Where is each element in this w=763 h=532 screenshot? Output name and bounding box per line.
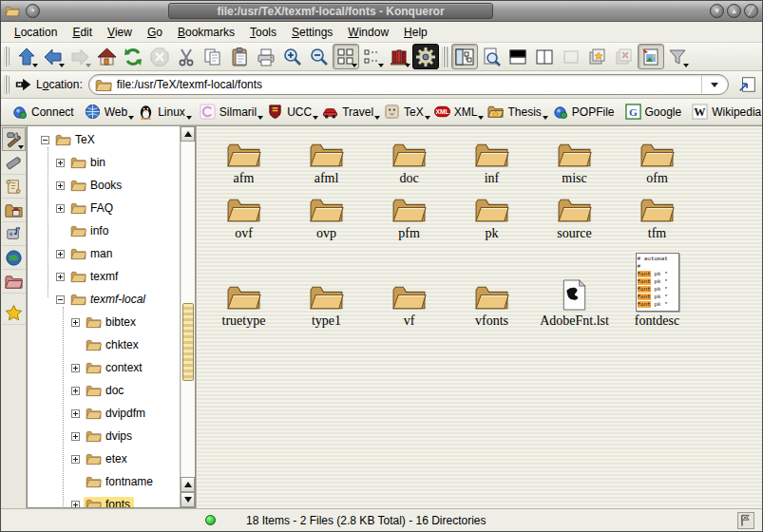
scroll-up-button2[interactable] — [181, 477, 195, 492]
tree-item-body[interactable]: TeX — [53, 132, 99, 147]
menu-bookmarks[interactable]: Bookmarks — [170, 24, 242, 41]
tree-expander[interactable] — [71, 409, 80, 418]
file-item-type1[interactable]: type1 — [285, 242, 368, 330]
tree-item-body[interactable]: doc — [84, 383, 127, 398]
tree-scrollbar[interactable] — [180, 126, 195, 507]
zoom-in-icon[interactable] — [279, 44, 306, 69]
tree-item-dvips[interactable]: dvips — [28, 425, 180, 447]
menu-settings[interactable]: Settings — [284, 24, 340, 41]
sidebar-tree-icon[interactable] — [451, 44, 478, 69]
tree-item-body[interactable]: man — [68, 246, 116, 261]
file-item-ovp[interactable]: ovp — [285, 187, 368, 242]
tree-item-body[interactable]: Books — [68, 178, 125, 193]
cut-icon[interactable] — [173, 44, 200, 69]
bookmark-web[interactable]: Web — [81, 102, 134, 122]
tree-item-doc[interactable]: doc — [28, 379, 180, 402]
clear-location-icon[interactable] — [13, 72, 34, 98]
menu-window[interactable]: Window — [340, 24, 396, 41]
bookmark-linux[interactable]: Linux — [134, 102, 192, 122]
menu-edit[interactable]: Edit — [65, 24, 100, 41]
bookmark-travel[interactable]: Travel — [318, 102, 380, 122]
tree-item-TeX[interactable]: TeX — [28, 128, 180, 151]
bookmark-silmaril[interactable]: Silmaril — [196, 102, 263, 122]
menu-view[interactable]: View — [100, 24, 140, 41]
tree-item-body[interactable]: bibtex — [84, 314, 140, 330]
go-button[interactable] — [735, 73, 760, 96]
tree-item-body[interactable]: dvipdfm — [84, 406, 149, 421]
menu-location[interactable]: Location — [7, 24, 65, 41]
sidebar-tab-marker[interactable] — [2, 151, 26, 175]
tree-item-chktex[interactable]: chktex — [28, 333, 180, 356]
bookmark-popfile[interactable]: POPFile — [548, 102, 621, 122]
titlebar[interactable]: • file:/usr/TeX/texmf-local/fonts - Konq… — [1, 1, 762, 22]
file-item-fontdesc[interactable]: # automat # font pk * font pk * font pk … — [616, 242, 698, 330]
tree-item-bibtex[interactable]: bibtex — [28, 311, 180, 333]
sticky-button[interactable]: • — [26, 4, 40, 18]
tree-item-body[interactable]: texmf — [68, 269, 122, 284]
tree-item-body[interactable]: info — [68, 223, 112, 238]
tree-expander[interactable] — [71, 364, 80, 372]
menu-tools[interactable]: Tools — [242, 24, 284, 41]
toolbar-grip[interactable] — [4, 47, 10, 67]
tree-item-body[interactable]: etex — [84, 451, 131, 466]
home-icon[interactable] — [93, 44, 120, 69]
find-file-icon[interactable] — [478, 44, 505, 69]
icon-view-icon[interactable] — [333, 44, 359, 69]
tree-expander[interactable] — [71, 501, 80, 508]
reload-icon[interactable] — [120, 44, 146, 69]
tree-expander[interactable] — [56, 295, 65, 304]
file-item-afml[interactable]: afml — [285, 132, 368, 187]
file-item-inf[interactable]: inf — [450, 132, 533, 187]
bookmark-google[interactable]: GGoogle — [621, 102, 689, 122]
copy-icon[interactable] — [200, 44, 226, 69]
sidebar-tab-history-scroll[interactable] — [2, 175, 26, 199]
bookmark-connect[interactable]: Connect — [8, 102, 81, 122]
file-item-AdobeFnt.lst[interactable]: AdobeFnt.lst — [533, 242, 616, 330]
tree-item-body[interactable]: fonts — [84, 497, 134, 507]
sidebar-tab-services[interactable] — [2, 222, 26, 246]
tree-item-man[interactable]: man — [28, 242, 180, 265]
file-icon-view[interactable]: afmafmldocinfmiscofmovfovppfmpksourcetfm… — [196, 126, 762, 508]
tree-item-body[interactable]: context — [84, 360, 146, 375]
tree-item-context[interactable]: context — [28, 356, 180, 379]
file-item-vfonts[interactable]: vfonts — [450, 242, 533, 330]
filter-icon[interactable] — [664, 44, 691, 69]
image-preview-icon[interactable] — [638, 44, 664, 69]
close-button[interactable]: ╱ — [744, 4, 758, 18]
scroll-thumb[interactable] — [182, 303, 194, 381]
tree-item-info[interactable]: info — [28, 219, 180, 242]
split-top-bottom-icon[interactable] — [505, 44, 531, 69]
tree-expander[interactable] — [56, 273, 65, 281]
tree-item-fontname[interactable]: fontname — [28, 470, 180, 493]
back-arrow-icon[interactable] — [40, 44, 67, 69]
tree-item-body[interactable]: fontname — [84, 474, 157, 489]
file-item-tfm[interactable]: tfm — [616, 187, 698, 242]
tree-expander[interactable] — [71, 455, 80, 464]
tree-item-etex[interactable]: etex — [28, 447, 180, 470]
scroll-up-button[interactable] — [181, 126, 195, 142]
tree-item-body[interactable]: bin — [68, 155, 109, 170]
up-arrow-icon[interactable] — [13, 44, 40, 69]
bookmark-wikipedia[interactable]: WWikipedia — [688, 102, 763, 122]
split-left-right-icon[interactable] — [531, 44, 558, 69]
file-item-pk[interactable]: pk — [450, 187, 533, 242]
tree-expander[interactable] — [56, 159, 65, 167]
gear-icon[interactable] — [412, 44, 439, 69]
tree-expander[interactable] — [56, 250, 65, 258]
list-view-icon[interactable] — [359, 44, 386, 69]
print-icon[interactable] — [253, 44, 279, 69]
toolbar-grip[interactable] — [4, 75, 10, 95]
sidebar-tab-toolbox[interactable] — [2, 127, 26, 151]
tree-item-texmf[interactable]: texmf — [28, 265, 180, 288]
tree-item-fonts[interactable]: fonts — [28, 493, 180, 507]
bookmark-xml[interactable]: XMLXML — [430, 102, 485, 122]
file-item-ofm[interactable]: ofm — [616, 132, 698, 187]
file-item-doc[interactable]: doc — [368, 132, 450, 187]
tree-item-body[interactable]: chktex — [84, 337, 143, 352]
menu-go[interactable]: Go — [140, 24, 170, 41]
scroll-track[interactable] — [181, 142, 195, 477]
sidebar-tab-bookmarks-star[interactable] — [2, 301, 26, 325]
sidebar-tab-network-globe[interactable] — [2, 246, 26, 270]
file-item-source[interactable]: source — [533, 187, 616, 242]
maximize-button[interactable]: ▴ — [727, 4, 741, 18]
